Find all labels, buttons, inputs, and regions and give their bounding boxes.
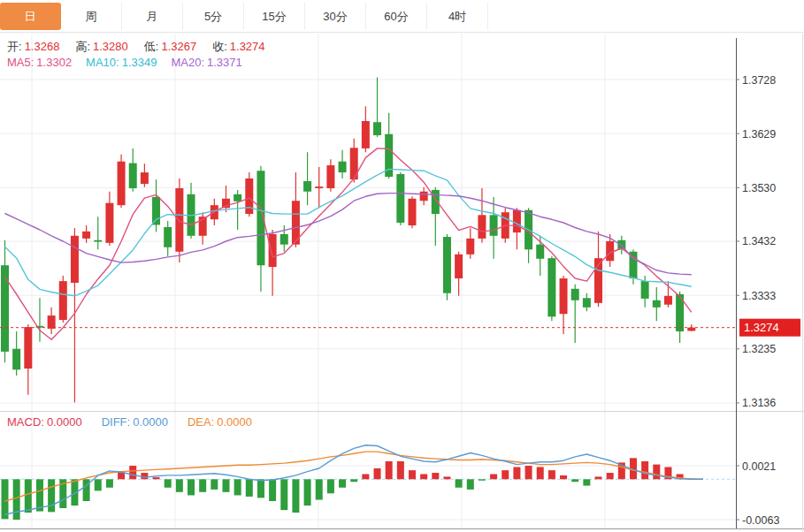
tab-4hour[interactable]: 4时 bbox=[427, 3, 488, 30]
kline-chart-canvas[interactable]: 1.37281.36291.35301.34321.33331.32351.31… bbox=[0, 33, 804, 532]
svg-text:1.3235: 1.3235 bbox=[742, 343, 776, 355]
svg-text:-0.0063: -0.0063 bbox=[742, 514, 779, 527]
tab-month[interactable]: 月 bbox=[122, 3, 183, 30]
svg-text:1.3274: 1.3274 bbox=[744, 321, 779, 334]
tab-60min[interactable]: 60分 bbox=[366, 3, 427, 30]
low-label: 低: bbox=[144, 40, 159, 53]
ma20-value: 1.3371 bbox=[207, 56, 242, 69]
tab-15min[interactable]: 15分 bbox=[244, 3, 305, 30]
diff-value-readout: DIFF: 0.0000 bbox=[102, 415, 168, 429]
svg-text:1.3333: 1.3333 bbox=[742, 290, 776, 302]
macd-label: MACD: bbox=[7, 415, 44, 429]
ma-readout: MA5: 1.3302 MA10: 1.3349 MA20: 1.3371 bbox=[7, 56, 242, 69]
quote-readout: 开: 1.3268 高: 1.3280 低: 1.3267 收: 1.3274 bbox=[7, 40, 265, 53]
kline-app: 日周月5分15分30分60分4时 1.37281.36291.35301.343… bbox=[0, 0, 804, 532]
dea-line bbox=[5, 452, 704, 501]
high-value: 1.3280 bbox=[93, 40, 128, 53]
svg-text:1.3629: 1.3629 bbox=[742, 128, 776, 141]
open-label: 开: bbox=[7, 40, 22, 53]
tab-30min[interactable]: 30分 bbox=[305, 3, 366, 30]
tab-day[interactable]: 日 bbox=[0, 3, 61, 30]
candlestick-layer bbox=[1, 78, 695, 403]
diff-label: DIFF: bbox=[102, 415, 131, 429]
open-value: 1.3268 bbox=[25, 40, 60, 53]
ma5-line bbox=[5, 148, 692, 339]
ma10-value: 1.3349 bbox=[122, 56, 157, 69]
macd-histogram bbox=[2, 458, 695, 520]
macd-readout: MACD: 0.0000 DIFF: 0.0000 DEA: 0.0000 bbox=[7, 415, 252, 429]
tab-5min[interactable]: 5分 bbox=[183, 3, 244, 30]
ma5-value: 1.3302 bbox=[36, 56, 72, 69]
ma10-readout: MA10: 1.3349 bbox=[86, 56, 157, 69]
price-axis-labels: 1.37281.36291.35301.34321.33331.32351.31… bbox=[736, 74, 779, 527]
svg-text:1.3432: 1.3432 bbox=[742, 235, 776, 247]
high-label: 高: bbox=[75, 40, 90, 53]
dea-value-readout: DEA: 0.0000 bbox=[188, 415, 252, 429]
close-readout: 收: 1.3274 bbox=[212, 40, 264, 53]
gridlines bbox=[0, 34, 736, 528]
svg-text:1.3530: 1.3530 bbox=[742, 182, 776, 194]
ma20-readout: MA20: 1.3371 bbox=[171, 56, 241, 69]
close-value: 1.3274 bbox=[230, 40, 265, 53]
low-readout: 低: 1.3267 bbox=[144, 40, 196, 53]
close-label: 收: bbox=[212, 40, 227, 53]
diff-value: 0.0000 bbox=[133, 415, 168, 429]
svg-text:0.0021: 0.0021 bbox=[742, 460, 776, 473]
ma20-label: MA20: bbox=[171, 56, 204, 69]
tab-week[interactable]: 周 bbox=[61, 3, 122, 30]
open-readout: 开: 1.3268 bbox=[7, 40, 59, 53]
ma10-label: MA10: bbox=[86, 56, 119, 69]
low-value: 1.3267 bbox=[161, 40, 196, 53]
high-readout: 高: 1.3280 bbox=[75, 40, 127, 53]
dea-value: 0.0000 bbox=[217, 415, 252, 429]
ma5-label: MA5: bbox=[7, 56, 34, 69]
macd-value-readout: MACD: 0.0000 bbox=[7, 415, 82, 429]
macd-value: 0.0000 bbox=[47, 415, 82, 429]
ma5-readout: MA5: 1.3302 bbox=[7, 56, 72, 69]
last-price-tag: 1.3274 bbox=[739, 319, 800, 337]
timeframe-tabs: 日周月5分15分30分60分4时 bbox=[0, 0, 804, 33]
svg-text:1.3728: 1.3728 bbox=[742, 74, 776, 87]
chart-svg[interactable]: 1.37281.36291.35301.34321.33331.32351.31… bbox=[0, 33, 804, 532]
dea-label: DEA: bbox=[188, 415, 214, 429]
svg-text:1.3136: 1.3136 bbox=[742, 397, 776, 409]
